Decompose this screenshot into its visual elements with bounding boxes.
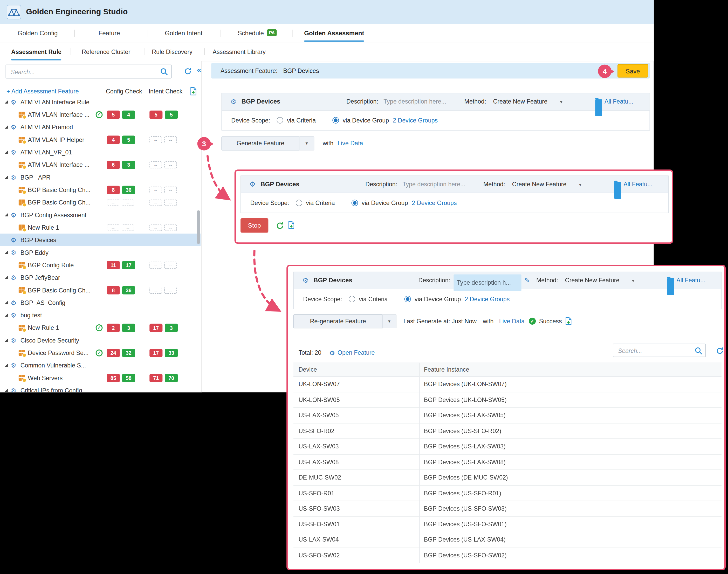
fail-count-badge[interactable]: 17 <box>149 323 162 332</box>
tree-item[interactable]: BGP Basic Config Ch...836---- <box>0 183 201 196</box>
export-report-icon[interactable] <box>189 87 197 96</box>
collapse-sidebar-icon[interactable]: « <box>197 66 201 74</box>
tree-item[interactable]: ATM VLAN Interface ...✓5455 <box>0 108 201 121</box>
fail-count-badge[interactable]: 5 <box>107 110 120 119</box>
device-groups-link[interactable]: 2 Device Groups <box>412 199 457 206</box>
device-table-row[interactable]: UK-LON-SW05BGP Devices (UK-LON-SW05) <box>293 392 722 408</box>
search-icon[interactable] <box>160 68 168 76</box>
expand-collapse-icon[interactable] <box>5 250 8 254</box>
nav-golden-intent[interactable]: Golden Intent <box>165 24 202 43</box>
via-criteria-radio[interactable] <box>277 117 283 123</box>
tree-item[interactable]: BGP Basic Config Ch...836---- <box>0 284 201 296</box>
fail-count-badge[interactable]: 8 <box>107 186 120 194</box>
regenerate-feature-dropdown[interactable]: ▾ <box>383 315 397 329</box>
sidebar-scrollbar[interactable] <box>197 210 200 244</box>
device-table-row[interactable]: US-LAX-SW03BGP Devices (US-LAX-SW03) <box>293 439 722 454</box>
pass-count-badge[interactable]: 3 <box>122 160 135 169</box>
device-table-row[interactable]: US-SFO-R02BGP Devices (US-SFO-R02) <box>293 423 722 439</box>
tab-assessment-library[interactable]: Assessment Library <box>213 43 266 61</box>
tree-item[interactable]: ATM VLAN IP Helper45---- <box>0 133 201 146</box>
tree-item[interactable]: New Rule 1✓23173 <box>0 321 201 334</box>
stop-button[interactable]: Stop <box>241 218 268 233</box>
tree-item[interactable]: BGP Basic Config Ch...-------- <box>0 196 201 208</box>
nav-schedule[interactable]: SchedulePA <box>238 24 276 43</box>
tree-item[interactable]: ⚙ATM VLAN_VR_01 <box>0 146 201 158</box>
live-data-link[interactable]: Live Data <box>338 136 363 151</box>
tree-item[interactable]: ⚙BGP_AS_Config <box>0 296 201 309</box>
device-table-row[interactable]: US-SFO-SW03BGP Devices (US-SFO-SW03) <box>293 501 722 517</box>
fail-count-badge[interactable]: 6 <box>107 160 120 169</box>
fail-count-badge[interactable]: 24 <box>107 348 120 357</box>
pass-count-badge[interactable]: 36 <box>122 286 135 294</box>
regenerate-feature-button[interactable]: Re-generate Feature <box>293 315 383 329</box>
device-table-row[interactable]: US-SFO-SW01BGP Devices (US-SFO-SW01) <box>293 517 722 532</box>
via-criteria-radio[interactable] <box>349 295 355 302</box>
device-table-row[interactable]: US-LAX-SW05BGP Devices (US-LAX-SW05) <box>293 408 722 423</box>
tree-item[interactable]: ⚙BGP Eddy <box>0 246 201 258</box>
expand-collapse-icon[interactable] <box>5 175 8 179</box>
tab-reference-cluster[interactable]: Reference Cluster <box>82 43 130 61</box>
pass-count-badge[interactable]: 36 <box>122 186 135 194</box>
device-table-row[interactable]: US-LAX-SW04BGP Devices (US-LAX-SW04) <box>293 532 722 548</box>
via-device-group-radio[interactable] <box>332 117 339 123</box>
pass-count-badge[interactable]: 3 <box>165 323 178 332</box>
fail-count-badge[interactable]: 5 <box>149 110 162 119</box>
description-value[interactable]: Type description here... <box>383 93 446 110</box>
tree-item[interactable]: ⚙BGP - APR <box>0 171 201 183</box>
all-features-link[interactable]: All Featu... <box>604 93 633 110</box>
pass-count-badge[interactable]: 3 <box>122 323 135 332</box>
tree-item[interactable]: ⚙BGP Devices <box>0 234 201 246</box>
fail-count-badge[interactable]: 8 <box>107 286 120 294</box>
fail-count-badge[interactable]: 17 <box>149 348 162 357</box>
generate-feature-button[interactable]: Generate Feature <box>222 136 300 151</box>
tab-rule-discovery[interactable]: Rule Discovery <box>152 43 192 61</box>
nav-golden-assessment[interactable]: Golden Assessment <box>304 24 364 43</box>
description-value[interactable]: Type description here... <box>403 176 465 193</box>
device-table-row[interactable]: US-SFO-R01BGP Devices (US-SFO-R01) <box>293 486 722 501</box>
tab-assessment-rule[interactable]: Assessment Rule <box>11 43 61 61</box>
expand-collapse-icon[interactable] <box>5 100 8 104</box>
expand-collapse-icon[interactable] <box>5 213 8 216</box>
refresh-icon[interactable] <box>184 67 192 75</box>
expand-collapse-icon[interactable] <box>5 388 8 392</box>
tree-item[interactable]: ⚙BGP JeffyBear <box>0 271 201 284</box>
tree-item[interactable]: Device Password Se...✓24321733 <box>0 346 201 359</box>
via-criteria-radio[interactable] <box>296 200 302 206</box>
edit-pencil-icon[interactable]: ✎ <box>525 272 530 289</box>
tree-item[interactable]: ⚙BGP Config Assessment <box>0 209 201 221</box>
nav-feature[interactable]: Feature <box>98 24 120 43</box>
expand-collapse-icon[interactable] <box>5 363 8 367</box>
pass-count-badge[interactable]: 5 <box>122 135 135 144</box>
pass-count-badge[interactable]: 33 <box>165 348 178 357</box>
tree-item[interactable]: ⚙Common Vulnerable S... <box>0 359 201 371</box>
tree-item[interactable]: ⚙ATM VLAN Interface Rule <box>0 100 201 108</box>
device-search-input[interactable] <box>617 344 693 357</box>
fail-count-badge[interactable]: 2 <box>107 323 120 332</box>
expand-collapse-icon[interactable] <box>5 125 8 128</box>
pass-count-badge[interactable]: 32 <box>122 348 135 357</box>
device-groups-link[interactable]: 2 Device Groups <box>465 295 510 302</box>
fail-count-badge[interactable]: 11 <box>107 261 120 269</box>
fail-count-badge[interactable]: 71 <box>149 374 162 382</box>
pass-count-badge[interactable]: 58 <box>122 374 135 382</box>
add-assessment-feature-link[interactable]: + Add Assessment Feature <box>6 86 79 97</box>
report-file-icon[interactable] <box>288 221 295 229</box>
via-device-group-radio[interactable] <box>351 200 358 206</box>
pass-count-badge[interactable]: 4 <box>122 110 135 119</box>
expand-collapse-icon[interactable] <box>5 276 8 279</box>
tree-item[interactable]: ⚙Cisco Device Security <box>0 334 201 346</box>
tree-item[interactable]: ⚙bug test <box>0 309 201 321</box>
search-input[interactable] <box>10 66 158 78</box>
pass-count-badge[interactable]: 5 <box>165 110 178 119</box>
open-feature-link[interactable]: Open Feature <box>338 346 375 360</box>
method-value[interactable]: Create New Feature <box>493 93 547 110</box>
expand-collapse-icon[interactable] <box>5 150 8 154</box>
expand-collapse-icon[interactable] <box>5 313 8 317</box>
nav-golden-config[interactable]: Golden Config <box>18 24 57 43</box>
search-icon[interactable] <box>694 347 702 355</box>
device-table-row[interactable]: DE-MUC-SW02BGP Devices (DE-MUC-SW02) <box>293 470 722 486</box>
download-report-icon[interactable] <box>565 317 572 325</box>
generate-feature-dropdown[interactable]: ▾ <box>299 136 314 151</box>
device-table-row[interactable]: US-SFO-SW02BGP Devices (US-SFO-SW02) <box>293 548 722 563</box>
save-button[interactable]: Save <box>617 64 648 78</box>
